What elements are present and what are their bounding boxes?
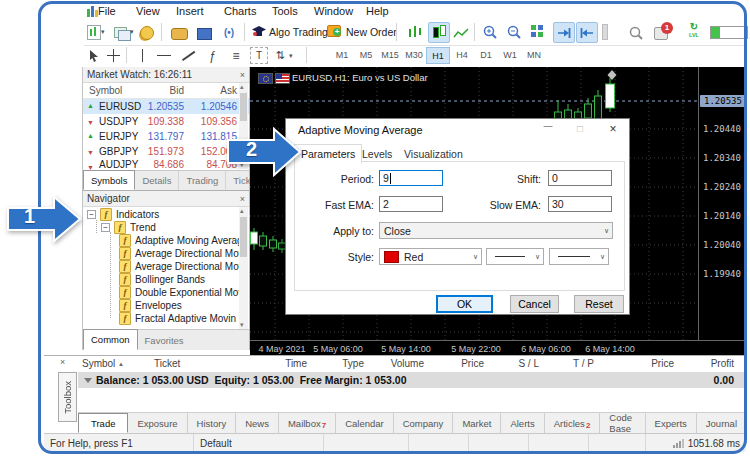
- reset-button[interactable]: Reset: [574, 295, 624, 313]
- navigator-scrollbar[interactable]: ▴ ▾: [239, 207, 248, 329]
- gold-plate-icon[interactable]: [170, 24, 188, 43]
- menu-charts[interactable]: Charts: [224, 5, 256, 17]
- lvl-icon[interactable]: ↻ LVL: [684, 21, 704, 43]
- arrows-tool-icon[interactable]: ⇅: [272, 46, 288, 65]
- tree-item-trend[interactable]: − f Trend: [101, 221, 156, 234]
- profiles-caret-icon[interactable]: ▾: [130, 28, 134, 36]
- menu-tools[interactable]: Tools: [272, 5, 298, 17]
- deposit-coins-icon[interactable]: [139, 23, 155, 42]
- maximize-icon[interactable]: □: [566, 123, 594, 134]
- shift-end-icon[interactable]: [553, 22, 575, 43]
- quote-row-audjpy[interactable]: ▼ AUDJPY 84.686 84.708: [83, 159, 249, 170]
- tab-mailbox[interactable]: Mailbox7: [279, 413, 336, 433]
- new-chart-icon[interactable]: [86, 23, 102, 42]
- slow-ema-input[interactable]: 30: [548, 196, 612, 212]
- tab-news[interactable]: News: [236, 413, 279, 433]
- dialog-tab-visualization[interactable]: Visualization: [398, 145, 469, 162]
- tab-alerts[interactable]: Alerts: [501, 413, 544, 433]
- tree-item-indicators[interactable]: − f Indicators: [87, 208, 159, 221]
- toolbar-grip[interactable]: [602, 24, 608, 40]
- fibonacci-tool-icon[interactable]: ƒ: [202, 46, 222, 65]
- arrows-caret-icon[interactable]: ▾: [289, 52, 293, 60]
- horizontal-line-tool-icon[interactable]: [154, 46, 174, 65]
- tree-item-average-directional-movement[interactable]: f Average Directional Move: [119, 247, 241, 260]
- tab-company[interactable]: Company: [394, 413, 454, 433]
- search-icon[interactable]: [627, 23, 645, 42]
- quote-row-gbpjpy[interactable]: ▼ GBPJPY 151.973 152.004: [83, 144, 249, 159]
- col-volume[interactable]: Volume: [364, 358, 424, 369]
- tab-experts[interactable]: Experts: [646, 413, 697, 433]
- chevron-down-icon[interactable]: [84, 378, 92, 383]
- toolbox-vertical-tab[interactable]: Toolbox: [58, 372, 77, 422]
- close-icon[interactable]: ×: [240, 70, 245, 80]
- col-bid[interactable]: Bid: [133, 85, 184, 96]
- trendline-tool-icon[interactable]: [178, 46, 198, 65]
- col-ticket[interactable]: Ticket: [154, 358, 180, 369]
- tree-item-fractal-adaptive[interactable]: f Fractal Adaptive Movin: [119, 312, 236, 325]
- col-price[interactable]: Price: [424, 358, 484, 369]
- zoom-out-icon[interactable]: [505, 23, 524, 42]
- timeframe-mn[interactable]: MN: [522, 47, 546, 64]
- fast-ema-input[interactable]: 2: [379, 196, 443, 212]
- line-width-select[interactable]: ∨: [549, 248, 609, 265]
- tree-item-double-exponential-moving-average[interactable]: f Double Exponential Movi: [119, 286, 241, 299]
- col-price-current[interactable]: Price: [599, 358, 674, 369]
- col-type[interactable]: Type: [314, 358, 364, 369]
- menu-insert[interactable]: Insert: [176, 5, 204, 17]
- dialog-titlebar[interactable]: Adaptive Moving Average — □ ×: [286, 119, 629, 141]
- menu-help[interactable]: Help: [366, 5, 389, 17]
- close-icon[interactable]: ×: [598, 122, 628, 136]
- tab-favorites[interactable]: Favorites: [138, 330, 191, 350]
- tree-item-adaptive-moving-average[interactable]: f Adaptive Moving Average: [119, 234, 241, 247]
- timeframe-m15[interactable]: M15: [378, 47, 402, 64]
- col-tp[interactable]: T / P: [539, 358, 594, 369]
- tree-item-envelopes[interactable]: f Envelopes: [119, 299, 182, 312]
- timeframe-m5[interactable]: M5: [354, 47, 378, 64]
- notifications-icon[interactable]: 1: [654, 24, 674, 40]
- menu-view[interactable]: View: [136, 5, 160, 17]
- zoom-in-icon[interactable]: [481, 23, 500, 42]
- collapse-icon[interactable]: −: [101, 223, 110, 232]
- scroll-down-icon[interactable]: ▾: [240, 321, 244, 329]
- close-icon[interactable]: ×: [60, 357, 65, 367]
- period-input[interactable]: 9: [379, 170, 443, 186]
- new-chart-caret-icon[interactable]: ▾: [101, 28, 105, 36]
- vertical-line-tool-icon[interactable]: [134, 46, 150, 65]
- timeframe-m1[interactable]: M1: [330, 47, 354, 64]
- tab-common[interactable]: Common: [83, 329, 138, 350]
- tab-history[interactable]: History: [188, 413, 237, 433]
- quote-row-eurusd[interactable]: ▲ EURUSD 1.20535 1.20546: [83, 99, 249, 114]
- minimize-icon[interactable]: —: [534, 121, 562, 131]
- algo-trading-button[interactable]: Algo Trading: [269, 26, 328, 38]
- candlestick-chart-type-icon[interactable]: [428, 22, 450, 43]
- col-sl[interactable]: S / L: [484, 358, 539, 369]
- tab-market[interactable]: Market: [453, 413, 501, 433]
- tile-windows-icon[interactable]: [528, 23, 548, 42]
- tab-journal[interactable]: Journal: [697, 413, 746, 433]
- balance-row[interactable]: Balance: 1 053.00 USD Equity: 1 053.00 F…: [78, 372, 746, 388]
- tree-item-average-directional-movement-wilder[interactable]: f Average Directional Move: [119, 260, 241, 273]
- tab-details[interactable]: Details: [135, 171, 179, 190]
- status-latency-cell[interactable]: 1051.68 ms: [646, 434, 746, 452]
- col-ask[interactable]: Ask: [186, 85, 237, 96]
- bar-chart-type-icon[interactable]: [406, 23, 425, 42]
- col-profit[interactable]: Profit: [674, 358, 734, 369]
- line-style-select[interactable]: ∨: [486, 248, 544, 265]
- timeframe-w1[interactable]: W1: [498, 47, 522, 64]
- tab-code-base[interactable]: Code Base: [600, 413, 645, 433]
- tab-symbols[interactable]: Symbols: [83, 170, 135, 190]
- scroll-up-icon[interactable]: ▴: [240, 83, 244, 91]
- broadcast-icon[interactable]: (•): [219, 23, 239, 42]
- new-order-button[interactable]: New Order: [346, 26, 397, 38]
- tab-trading[interactable]: Trading: [179, 171, 226, 190]
- col-symbol[interactable]: Symbol: [82, 358, 115, 369]
- scroll-up-icon[interactable]: ▴: [240, 207, 244, 215]
- text-tool-icon[interactable]: T: [250, 47, 268, 64]
- chart-profiles-icon[interactable]: [111, 23, 129, 42]
- tab-trade[interactable]: Trade: [78, 413, 128, 433]
- auto-scroll-icon[interactable]: [576, 22, 598, 43]
- quote-row-eurjpy[interactable]: ▲ EURJPY 131.797 131.815: [83, 129, 249, 144]
- tab-calendar[interactable]: Calendar: [336, 413, 394, 433]
- shift-input[interactable]: 0: [548, 170, 612, 186]
- tab-exposure[interactable]: Exposure: [128, 413, 187, 433]
